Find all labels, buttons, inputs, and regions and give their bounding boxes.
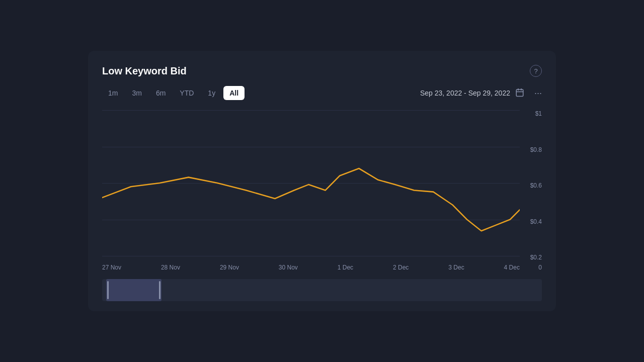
filter-ytd[interactable]: YTD: [174, 86, 200, 100]
x-label-28nov: 28 Nov: [161, 264, 180, 271]
y-label-06: $0.6: [524, 182, 542, 189]
filter-6m[interactable]: 6m: [150, 86, 172, 100]
mini-selection[interactable]: [106, 279, 162, 301]
filter-all[interactable]: All: [223, 86, 245, 100]
filter-1m[interactable]: 1m: [102, 86, 124, 100]
chart-area: $1 $0.8 $0.6 $0.4 $0.2: [102, 110, 542, 271]
card-header: Low Keyword Bid ?: [102, 65, 542, 77]
card-container: Low Keyword Bid ? 1m 3m 6m YTD 1y All Se…: [88, 51, 556, 311]
y-label-04: $0.4: [524, 218, 542, 225]
mini-chart[interactable]: [102, 279, 542, 301]
y-axis: $1 $0.8 $0.6 $0.4 $0.2: [524, 110, 542, 271]
x-label-30nov: 30 Nov: [279, 264, 298, 271]
date-range-label: Sep 23, 2022 - Sep 29, 2022: [420, 89, 510, 97]
help-icon[interactable]: ?: [530, 65, 542, 77]
y-label-1: $1: [524, 110, 542, 117]
y-label-02: $0.2: [524, 254, 542, 261]
filter-3m[interactable]: 3m: [126, 86, 147, 100]
x-label-2dec: 2 Dec: [393, 264, 409, 271]
card-title: Low Keyword Bid: [102, 65, 187, 77]
line-chart-svg: [102, 110, 520, 256]
x-label-4dec: 4 Dec: [504, 264, 520, 271]
chart-inner: [102, 110, 520, 256]
time-filters: 1m 3m 6m YTD 1y All: [102, 86, 245, 100]
grid-line-bottom: [102, 256, 520, 256]
mini-handle-right[interactable]: [159, 281, 160, 299]
more-menu-icon[interactable]: ···: [534, 88, 542, 99]
x-label-27nov: 27 Nov: [102, 264, 121, 271]
calendar-icon[interactable]: [515, 88, 524, 99]
y-label-08: $0.8: [524, 146, 542, 153]
x-axis: 27 Nov 28 Nov 29 Nov 30 Nov 1 Dec 2 Dec …: [102, 264, 520, 271]
controls-row: 1m 3m 6m YTD 1y All Sep 23, 2022 - Sep 2…: [102, 86, 542, 100]
x-label-1dec: 1 Dec: [338, 264, 353, 271]
svg-rect-0: [516, 89, 523, 97]
filter-1y[interactable]: 1y: [202, 86, 221, 100]
date-range: Sep 23, 2022 - Sep 29, 2022: [420, 88, 524, 99]
zero-label: 0: [524, 264, 542, 271]
bid-line: [102, 168, 520, 231]
mini-handle-left[interactable]: [107, 281, 109, 299]
x-label-29nov: 29 Nov: [220, 264, 239, 271]
x-label-3dec: 3 Dec: [448, 264, 464, 271]
